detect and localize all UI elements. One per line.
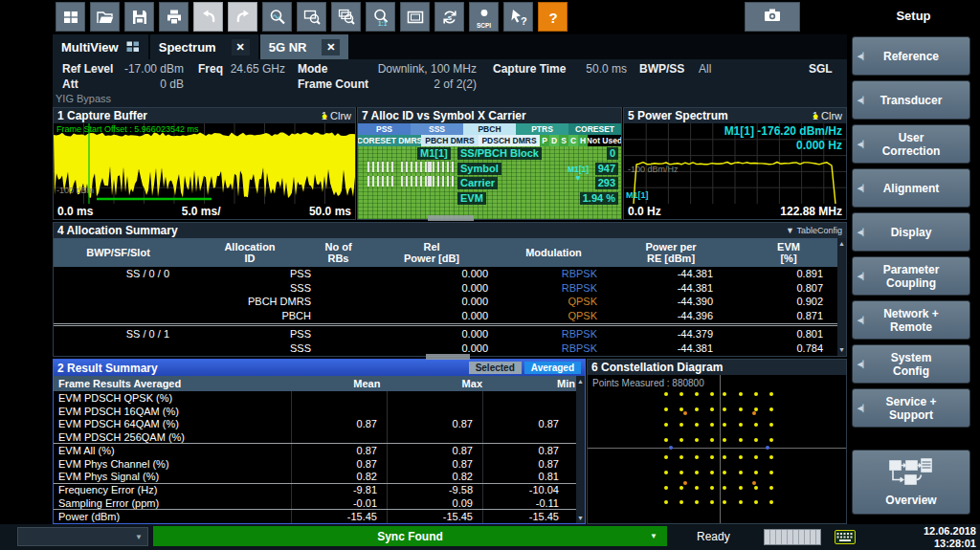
toolbar-display-frame-button[interactable]	[400, 2, 430, 32]
toolbar-zoom-selection-button[interactable]	[297, 2, 326, 32]
result-cell: 0.87	[387, 457, 482, 471]
alloc-map-grid[interactable]: M1[1]SS/PBCH Block0Symbol947Carrier293EV…	[358, 146, 621, 219]
alloc-map-window[interactable]: 7 Alloc ID vs Symbol X Carrier PSSSSSPBC…	[357, 107, 622, 220]
result-cell: 0.87	[482, 457, 568, 471]
capture-time-label: Capture Time	[493, 62, 566, 76]
view-tab-averaged[interactable]: Averaged	[524, 362, 581, 374]
sync-status-bar[interactable]: Sync Found ▼	[153, 526, 667, 546]
softkey-user-correction[interactable]: ◀▏UserCorrection	[852, 124, 970, 164]
result-row[interactable]: EVM Phys Channel (%)0.870.870.87	[54, 457, 585, 471]
tab-close-icon[interactable]: ✕	[322, 39, 340, 55]
alloc-row[interactable]: SSS0.000RBPSK-44.3810.784	[54, 341, 846, 356]
freq-value[interactable]: 24.65 GHz	[223, 62, 285, 76]
constellation-y-axis	[720, 375, 721, 523]
view-tab-selected[interactable]: Selected	[469, 362, 522, 374]
result-row[interactable]: EVM PDSCH 16QAM (%)	[54, 405, 585, 418]
result-row[interactable]: Frequency Error (Hz)-9.81-9.58-10.04	[54, 484, 585, 497]
constellation-window[interactable]: 6 Constellation Diagram Points Measured …	[587, 359, 847, 524]
alloc-row[interactable]: PBCH DMRS0.000QPSK-44.3900.902	[54, 295, 846, 309]
result-row[interactable]: EVM PDSCH QPSK (%)	[54, 391, 585, 405]
constellation-point	[669, 446, 673, 450]
softkey-transducer[interactable]: ◀▏Transducer	[852, 80, 970, 120]
table-config-button[interactable]: ▼ TableConfig	[786, 226, 842, 235]
toolbar-print-button[interactable]	[159, 2, 189, 32]
mode-value[interactable]: Downlink, 100 MHz	[340, 62, 477, 76]
scroll-up-icon[interactable]: ▲	[837, 239, 846, 249]
result-cell: EVM Phys Signal (%)	[54, 471, 291, 483]
toolbar-scpi-button[interactable]: SCPI	[469, 2, 499, 32]
result-row[interactable]: EVM PDSCH 64QAM (%)0.870.870.87	[54, 418, 585, 431]
toolbar-open-file-button[interactable]	[90, 2, 120, 32]
softkey-network-remote[interactable]: ◀▏Network +Remote	[852, 300, 970, 340]
bwp-ss-value[interactable]: All	[699, 62, 711, 76]
v-scrollbar[interactable]	[837, 238, 846, 356]
softkey-display[interactable]: ◀▏Display	[852, 212, 970, 252]
toolbar-zoom-1-1-button[interactable]: 1:1	[366, 2, 395, 32]
scroll-down-icon[interactable]: ▼	[837, 345, 846, 355]
result-row[interactable]: EVM PDSCH 256QAM (%)	[54, 430, 585, 444]
softkey-alignment[interactable]: ◀▏Alignment	[852, 168, 970, 208]
constellation-plot[interactable]: Points Measured : 880800	[588, 375, 846, 523]
toolbar-multi-zoom-button[interactable]	[331, 2, 361, 32]
h-scrollbar-thumb[interactable]	[426, 354, 470, 360]
tab-5g-nr[interactable]: 5G NR✕	[260, 34, 349, 59]
svg-text:?: ?	[548, 9, 557, 25]
softkey-parameter-coupling[interactable]: ◀▏ParameterCoupling	[852, 256, 970, 296]
result-summary-window[interactable]: 2 Result Summary SelectedAveraged Frame …	[53, 359, 586, 524]
result-cell: -0.11	[482, 496, 568, 509]
frame-count-value[interactable]: 2 of 2(2)	[340, 77, 477, 91]
att-value[interactable]: 0 dB	[120, 77, 184, 91]
constellation-point	[664, 455, 668, 459]
alloc-row[interactable]: PBCH0.000QPSK-44.3960.871	[54, 309, 846, 323]
capture-buffer-window[interactable]: 1 Capture Buffer ●1 Clrw Frame Start Off…	[53, 107, 356, 220]
toolbar-save-button[interactable]	[124, 2, 154, 32]
power-spectrum-window[interactable]: 5 Power Spectrum ●1 Clrw M1[1] -176.20 d…	[623, 107, 847, 220]
allocation-summary-window[interactable]: 4 Allocation Summary ▼ TableConfig BWP/S…	[53, 222, 847, 357]
capture-time-value[interactable]: 50.0 ms	[574, 62, 627, 76]
toolbar-zoom-signal-button[interactable]	[262, 2, 292, 32]
power-spectrum-plot[interactable]: M1[1] -176.20 dBm/Hz 0.000 Hz -100 dBm/H…	[624, 123, 846, 204]
tab-close-icon[interactable]: ✕	[232, 39, 250, 55]
result-cell: -9.81	[291, 484, 387, 497]
constellation-point	[710, 392, 714, 396]
result-row[interactable]: EVM All (%)0.870.870.87	[54, 444, 585, 457]
toolbar-help-pointer-button[interactable]: ?	[503, 2, 533, 32]
alloc-row[interactable]: SSS0.000RBPSK-44.3810.807	[54, 281, 846, 296]
marker-m1-flag[interactable]: M1[1]▼	[563, 165, 593, 183]
tab-multiview[interactable]: MultiView	[53, 34, 148, 59]
ref-level-value[interactable]: -17.00 dBm	[120, 62, 184, 76]
constellation-title: 6 Constellation Diagram	[588, 360, 846, 375]
constellation-point	[769, 486, 773, 490]
softkey-service-support[interactable]: ◀▏Service +Support	[852, 388, 970, 428]
softkey-system-config[interactable]: ◀▏SystemConfig	[852, 344, 970, 384]
alloc-row[interactable]: SS / 0 / 0PSS0.000RBPSK-44.3810.891	[54, 267, 846, 281]
softkey-label: Display	[891, 226, 932, 239]
alloc-cell: 0.801	[738, 328, 839, 340]
capture-buffer-plot[interactable]: Frame Start Offset : 5.966023542 ms -100…	[54, 123, 355, 204]
alloc-cell: QPSK	[503, 310, 604, 321]
scroll-down-icon[interactable]: ▼	[576, 514, 585, 523]
toolbar-sync-button[interactable]: s	[434, 2, 464, 32]
screenshot-button[interactable]	[745, 2, 800, 32]
alloc-row[interactable]: SS / 0 / 1PSS0.000RBPSK-44.3790.801	[54, 327, 846, 341]
single-sweep-indicator: SGL	[809, 62, 833, 76]
h-scrollbar-thumb[interactable]	[428, 215, 474, 221]
toolbar-windows-button[interactable]	[56, 2, 85, 32]
softkey-reference[interactable]: ◀▏Reference	[852, 36, 970, 76]
v-scrollbar[interactable]	[576, 376, 585, 523]
result-row[interactable]: EVM Phys Signal (%)0.820.820.81	[54, 471, 585, 484]
scroll-up-icon[interactable]: ▲	[576, 377, 585, 386]
toolbar-help-button[interactable]: ?	[538, 2, 568, 32]
result-row[interactable]: Power (dBm)-15.45-15.45-15.45	[54, 510, 585, 523]
status-dropdown[interactable]: ▼	[17, 527, 148, 546]
col-header-mean: Mean	[288, 376, 390, 391]
tab-spectrum[interactable]: Spectrum✕	[150, 34, 258, 59]
result-cell: 0.87	[291, 418, 387, 431]
overview-button[interactable]: Overview	[852, 450, 970, 515]
allocation-block	[428, 162, 456, 172]
keyboard-icon[interactable]	[835, 530, 856, 548]
result-row[interactable]: Sampling Error (ppm)-0.010.09-0.11	[54, 496, 585, 510]
constellation-point	[752, 411, 756, 415]
alloc-cell: SSS	[183, 282, 317, 294]
constellation-point	[710, 500, 714, 504]
